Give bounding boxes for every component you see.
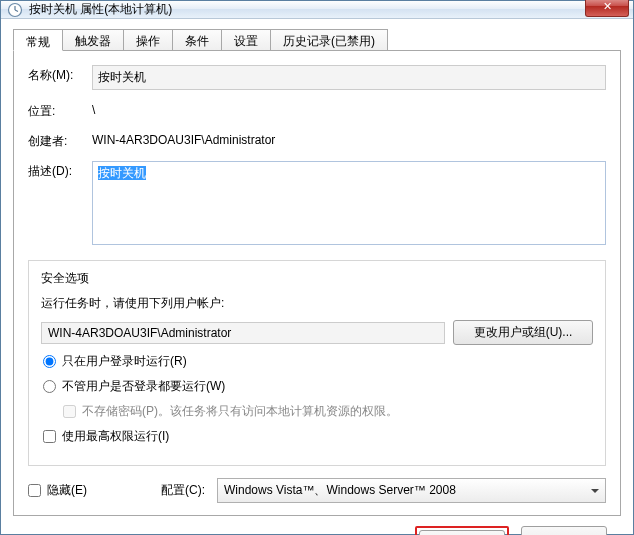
window-title: 按时关机 属性(本地计算机) bbox=[29, 1, 585, 18]
hidden-checkbox-input[interactable] bbox=[28, 484, 41, 497]
security-options-group: 安全选项 运行任务时，请使用下列用户帐户: WIN-4AR3DOAU3IF\Ad… bbox=[28, 260, 606, 466]
description-field[interactable]: 按时关机 bbox=[92, 161, 606, 245]
dialog-footer: 确定 取消 bbox=[13, 516, 621, 535]
cancel-button[interactable]: 取消 bbox=[521, 526, 607, 535]
security-legend: 安全选项 bbox=[37, 270, 93, 287]
close-button[interactable]: ✕ bbox=[585, 0, 629, 17]
description-label: 描述(D): bbox=[28, 161, 92, 180]
ok-button-highlight: 确定 bbox=[415, 526, 509, 535]
configure-select[interactable]: Windows Vista™、Windows Server™ 2008 bbox=[217, 478, 606, 503]
nostore-password-input bbox=[63, 405, 76, 418]
author-value: WIN-4AR3DOAU3IF\Administrator bbox=[92, 131, 606, 147]
configure-label: 配置(C): bbox=[161, 482, 205, 499]
close-icon: ✕ bbox=[603, 0, 612, 13]
highest-privileges-input[interactable] bbox=[43, 430, 56, 443]
titlebar: 按时关机 属性(本地计算机) ✕ bbox=[1, 1, 633, 19]
change-user-button[interactable]: 更改用户或组(U)... bbox=[453, 320, 593, 345]
radio-anytime[interactable]: 不管用户是否登录都要运行(W) bbox=[43, 378, 593, 395]
tab-triggers[interactable]: 触发器 bbox=[62, 29, 124, 50]
tab-page-general: 名称(M): 按时关机 位置: \ 创建者: WIN-4AR3DOAU3IF\A… bbox=[13, 51, 621, 516]
name-label: 名称(M): bbox=[28, 65, 92, 84]
tab-general[interactable]: 常规 bbox=[13, 29, 63, 51]
tab-actions[interactable]: 操作 bbox=[123, 29, 173, 50]
tab-conditions[interactable]: 条件 bbox=[172, 29, 222, 50]
author-label: 创建者: bbox=[28, 131, 92, 150]
tab-settings[interactable]: 设置 bbox=[221, 29, 271, 50]
dialog-window: 按时关机 属性(本地计算机) ✕ 常规 触发器 操作 条件 设置 历史记录(已禁… bbox=[0, 0, 634, 535]
radio-loggedon[interactable]: 只在用户登录时运行(R) bbox=[43, 353, 593, 370]
location-label: 位置: bbox=[28, 101, 92, 120]
content-area: 常规 触发器 操作 条件 设置 历史记录(已禁用) 名称(M): 按时关机 位置… bbox=[1, 19, 633, 535]
tab-history[interactable]: 历史记录(已禁用) bbox=[270, 29, 388, 50]
name-field[interactable]: 按时关机 bbox=[92, 65, 606, 90]
hidden-checkbox[interactable]: 隐藏(E) bbox=[28, 482, 87, 499]
radio-loggedon-input[interactable] bbox=[43, 355, 56, 368]
tab-strip: 常规 触发器 操作 条件 设置 历史记录(已禁用) bbox=[13, 29, 621, 51]
nostore-password: 不存储密码(P)。该任务将只有访问本地计算机资源的权限。 bbox=[63, 403, 593, 420]
clock-icon bbox=[7, 2, 23, 18]
runas-user-field: WIN-4AR3DOAU3IF\Administrator bbox=[41, 322, 445, 344]
ok-button[interactable]: 确定 bbox=[419, 530, 505, 535]
runas-label: 运行任务时，请使用下列用户帐户: bbox=[41, 295, 593, 312]
radio-anytime-input[interactable] bbox=[43, 380, 56, 393]
location-value: \ bbox=[92, 101, 606, 117]
highest-privileges[interactable]: 使用最高权限运行(I) bbox=[43, 428, 593, 445]
